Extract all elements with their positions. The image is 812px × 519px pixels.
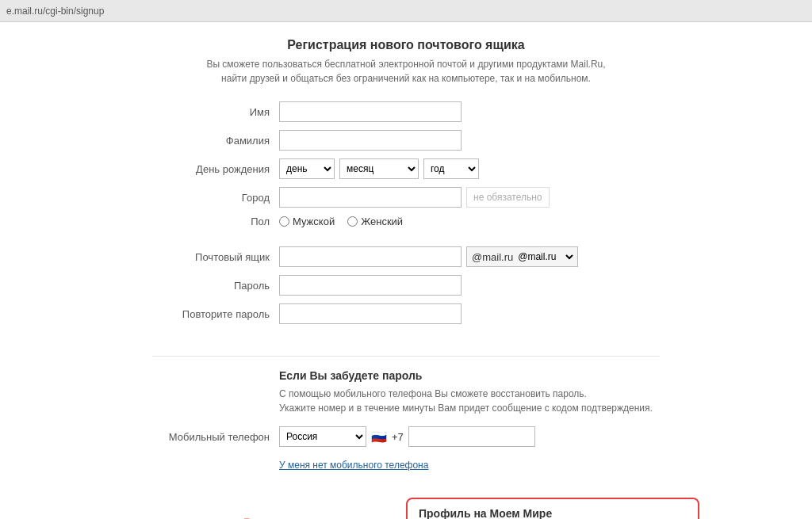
last-name-row: Фамилия <box>152 130 660 151</box>
no-phone-link-wrapper: У меня нет мобильного телефона <box>279 460 428 471</box>
gender-row: Пол Мужской Женский <box>152 216 660 227</box>
email-field: @mail.ru @mail.ru @inbox.ru @list.ru @bk… <box>279 246 660 267</box>
birthday-month-select[interactable]: месяц <box>339 158 419 179</box>
password-row: Пароль <box>152 275 660 296</box>
city-input[interactable] <box>279 187 462 208</box>
password-recovery-desc: С помощью мобильного телефона Вы сможете… <box>279 387 660 415</box>
confirm-password-label: Повторите пароль <box>152 308 279 320</box>
profile-section-wrapper: Профиль на Моем Мире В Моем Мире@Mail.Ru… <box>279 490 699 519</box>
last-name-field <box>279 130 660 151</box>
password-label: Пароль <box>152 280 279 292</box>
birthday-field: день месяц год <box>279 158 660 179</box>
profile-box: Профиль на Моем Мире В Моем Мире@Mail.Ru… <box>406 498 699 519</box>
confirm-password-field <box>279 303 660 324</box>
browser-url: e.mail.ru/cgi-bin/signup <box>6 6 104 17</box>
divider-1 <box>152 356 660 357</box>
city-row: Город не обязательно <box>152 187 660 208</box>
no-phone-link[interactable]: У меня нет мобильного телефона <box>279 460 428 471</box>
first-name-input[interactable] <box>279 101 462 122</box>
last-name-input[interactable] <box>279 130 462 151</box>
email-row: Почтовый ящик @mail.ru @mail.ru @inbox.r… <box>152 246 660 267</box>
mobile-label: Мобильный телефон <box>152 431 279 443</box>
phone-country-select[interactable]: Россия <box>279 426 366 447</box>
page-description: Вы сможете пользоваться бесплатной элект… <box>152 57 660 86</box>
email-domain-select[interactable]: @mail.ru @inbox.ru @list.ru @bk.ru <box>513 248 576 265</box>
password-field <box>279 275 660 296</box>
email-input[interactable] <box>279 246 462 267</box>
confirm-password-input[interactable] <box>279 303 462 324</box>
gender-female-radio[interactable] <box>347 216 358 227</box>
last-name-label: Фамилия <box>152 135 279 147</box>
profile-box-title: Профиль на Моем Мире <box>419 507 687 519</box>
first-name-field <box>279 101 660 122</box>
city-label: Город <box>152 192 279 204</box>
phone-row: Россия 🇷🇺 +7 <box>279 426 535 447</box>
no-phone-row: У меня нет мобильного телефона <box>152 455 660 471</box>
city-field: не обязательно <box>279 187 660 208</box>
password-input[interactable] <box>279 275 462 296</box>
birthday-row: День рождения день месяц год <box>152 158 660 179</box>
password-recovery-title: Если Вы забудете пароль <box>279 369 660 382</box>
birthday-label: День рождения <box>152 163 279 175</box>
page-wrapper: Регистрация нового почтового ящика Вы см… <box>0 22 812 519</box>
birthday-day-select[interactable]: день <box>279 158 335 179</box>
gender-male-radio[interactable] <box>279 216 289 227</box>
phone-flag-icon: 🇷🇺 <box>371 429 387 445</box>
city-optional-label: не обязательно <box>466 187 550 208</box>
email-domain-text: @mail.ru <box>472 251 513 263</box>
email-domain-wrapper: @mail.ru @mail.ru @inbox.ru @list.ru @bk… <box>466 246 578 267</box>
email-label: Почтовый ящик <box>152 251 279 263</box>
gender-male-label[interactable]: Мужской <box>279 216 335 227</box>
gender-female-text: Женский <box>361 216 403 227</box>
form-container: Регистрация нового почтового ящика Вы см… <box>136 38 676 519</box>
gender-female-label[interactable]: Женский <box>347 216 403 227</box>
phone-prefix-text: +7 <box>392 431 404 443</box>
gender-radio-group: Мужской Женский <box>279 216 403 227</box>
page-title: Регистрация нового почтового ящика <box>152 38 660 52</box>
first-name-row: Имя <box>152 101 660 122</box>
phone-number-input[interactable] <box>408 426 535 447</box>
password-recovery-section: Если Вы забудете пароль С помощью мобиль… <box>279 369 660 415</box>
mobile-field: Россия 🇷🇺 +7 <box>279 426 660 447</box>
confirm-password-row: Повторите пароль <box>152 303 660 324</box>
birthday-year-select[interactable]: год <box>423 158 479 179</box>
gender-male-text: Мужской <box>293 216 335 227</box>
mobile-row: Мобильный телефон Россия 🇷🇺 +7 <box>152 426 660 447</box>
gender-label: Пол <box>152 216 279 227</box>
first-name-label: Имя <box>152 106 279 118</box>
browser-bar: e.mail.ru/cgi-bin/signup <box>0 0 812 22</box>
gender-field: Мужской Женский <box>279 216 660 227</box>
